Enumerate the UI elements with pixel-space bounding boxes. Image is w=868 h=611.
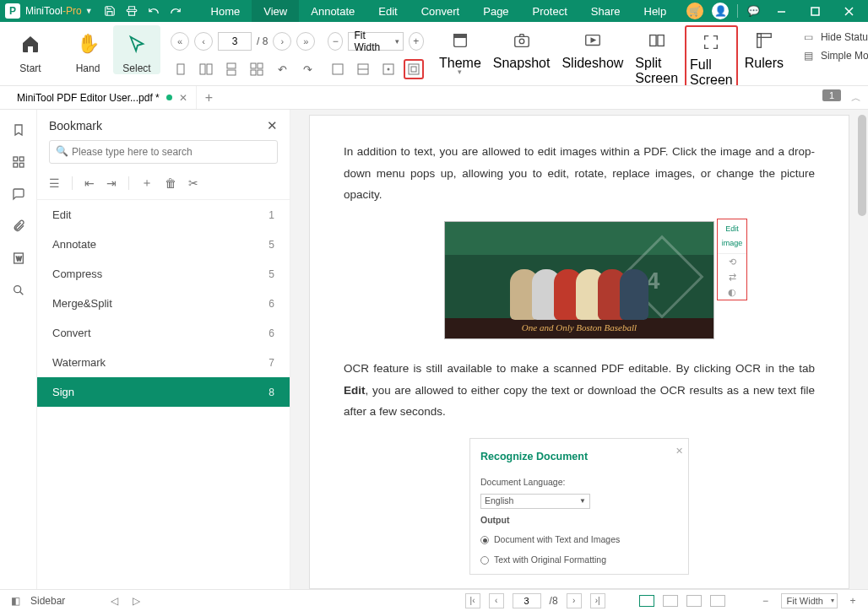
- first-page-icon[interactable]: |‹: [465, 593, 480, 608]
- output-opt1[interactable]: Document with Text and Images: [480, 532, 678, 549]
- page-next-button[interactable]: ›: [273, 32, 291, 51]
- rotate-icon[interactable]: ⟲: [718, 254, 746, 269]
- brand-dropdown-icon[interactable]: ▼: [85, 7, 93, 15]
- viewmode-two-icon[interactable]: [663, 595, 678, 607]
- bookmark-item[interactable]: Annotate5: [37, 230, 290, 259]
- lang-select[interactable]: English▼: [480, 494, 590, 509]
- rotate-left-icon[interactable]: ↶: [272, 59, 292, 79]
- sidebar-close-icon[interactable]: ✕: [267, 118, 278, 133]
- zoom-in-button[interactable]: +: [409, 32, 424, 51]
- user-icon[interactable]: 👤: [712, 3, 729, 19]
- fit-width-icon[interactable]: [353, 59, 373, 79]
- page-first-button[interactable]: «: [171, 32, 189, 51]
- bookmark-item[interactable]: Merge&Split6: [37, 289, 290, 318]
- nav-back-icon[interactable]: ◁: [107, 594, 121, 608]
- start-button[interactable]: Start: [7, 25, 54, 74]
- bookmark-item[interactable]: Convert6: [37, 318, 290, 348]
- vertical-scrollbar[interactable]: [856, 110, 868, 589]
- menu-share[interactable]: Share: [579, 0, 632, 22]
- dialog-close-icon[interactable]: ✕: [675, 442, 683, 460]
- layout-two-icon[interactable]: [196, 59, 216, 79]
- theme-button[interactable]: Theme ▾: [434, 25, 486, 76]
- fit-height-icon[interactable]: [378, 59, 399, 79]
- thumbnails-panel-icon[interactable]: [10, 154, 27, 170]
- document-tab[interactable]: MiniTool PDF Editor User...pdf * ✕: [8, 86, 197, 109]
- bookmark-search-input[interactable]: [49, 140, 278, 164]
- zoom-out-icon[interactable]: −: [759, 594, 773, 608]
- menu-home[interactable]: Home: [199, 0, 252, 22]
- document-view[interactable]: In addition to text, you are allowed to …: [290, 110, 868, 589]
- menu-protect[interactable]: Protect: [521, 0, 579, 22]
- comments-panel-icon[interactable]: [10, 186, 27, 203]
- snapshot-button[interactable]: Snapshot: [488, 25, 556, 71]
- bm-cut-icon[interactable]: ✂: [188, 176, 198, 190]
- zoom-in-icon[interactable]: +: [846, 594, 860, 608]
- word-panel-icon[interactable]: W: [10, 250, 27, 267]
- add-tab-button[interactable]: +: [205, 90, 213, 105]
- bm-indent-left-icon[interactable]: ⇤: [84, 176, 95, 190]
- viewmode-cont-icon[interactable]: [686, 595, 702, 607]
- maximize-button[interactable]: [802, 0, 827, 22]
- cart-icon[interactable]: 🛒: [686, 3, 703, 19]
- menu-page[interactable]: Page: [471, 0, 520, 22]
- nav-fwd-icon[interactable]: ▷: [129, 594, 143, 608]
- viewmode-grid-icon[interactable]: [710, 595, 725, 607]
- page-prev-button[interactable]: ‹: [194, 32, 213, 51]
- tabs-chevron-icon[interactable]: ︿: [851, 91, 861, 105]
- save-icon[interactable]: [103, 4, 117, 18]
- bm-indent-right-icon[interactable]: ⇥: [106, 176, 117, 190]
- menu-help[interactable]: Help: [632, 0, 679, 22]
- undo-icon[interactable]: [147, 4, 160, 18]
- menu-view[interactable]: View: [252, 0, 299, 22]
- hand-tool[interactable]: ✋ Hand: [64, 25, 111, 74]
- page-last-button[interactable]: »: [296, 32, 315, 51]
- bookmark-panel-icon[interactable]: [10, 122, 27, 138]
- feedback-icon[interactable]: 💬: [746, 4, 760, 18]
- bm-list-icon[interactable]: ☰: [49, 176, 60, 190]
- bookmark-item[interactable]: Edit1: [37, 200, 290, 230]
- menu-convert[interactable]: Convert: [410, 0, 472, 22]
- bookmark-item[interactable]: Watermark7: [37, 348, 290, 377]
- search-panel-icon[interactable]: [10, 282, 27, 299]
- print-icon[interactable]: [125, 4, 138, 18]
- hide-status-button[interactable]: ▭Hide Status: [802, 30, 868, 44]
- layout-cont-two-icon[interactable]: [247, 59, 267, 79]
- fit-page-icon[interactable]: [328, 59, 348, 79]
- next-page-icon[interactable]: ›: [567, 593, 582, 608]
- sidebar-toggle-icon[interactable]: ◧: [8, 594, 22, 608]
- status-page-input[interactable]: [513, 593, 541, 608]
- fit-mode-select[interactable]: Fit Width: [348, 32, 403, 51]
- replace-icon[interactable]: ⇄: [718, 269, 746, 284]
- last-page-icon[interactable]: ›|: [590, 593, 605, 608]
- zoom-out-button[interactable]: −: [328, 32, 343, 51]
- close-tab-icon[interactable]: ✕: [179, 92, 187, 104]
- attachments-panel-icon[interactable]: [10, 218, 27, 235]
- bookmark-item[interactable]: Sign8: [37, 377, 290, 407]
- rulers-button[interactable]: Rulers: [740, 25, 789, 71]
- menu-edit[interactable]: Edit: [366, 0, 409, 22]
- select-tool[interactable]: Select: [113, 25, 160, 74]
- layout-cont-icon[interactable]: [221, 59, 241, 79]
- embedded-image[interactable]: 4 One and Only Boston Baseball Edit imag…: [444, 221, 714, 339]
- simple-mode-button[interactable]: ▤Simple Mod: [802, 49, 868, 62]
- split-screen-button[interactable]: Split Screen ▾: [630, 25, 683, 86]
- bookmark-item[interactable]: Compress5: [37, 259, 290, 289]
- full-screen-button[interactable]: Full Screen: [685, 25, 738, 86]
- fit-visible-icon[interactable]: [404, 59, 424, 79]
- slideshow-button[interactable]: Slideshow: [556, 25, 628, 71]
- redo-icon[interactable]: [169, 4, 182, 18]
- rotate-right-icon[interactable]: ↷: [297, 59, 317, 79]
- bm-delete-icon[interactable]: 🗑: [165, 176, 176, 190]
- status-fit-select[interactable]: Fit Width: [781, 593, 838, 608]
- opacity-icon[interactable]: ◐: [718, 284, 746, 300]
- menu-annotate[interactable]: Annotate: [299, 0, 366, 22]
- page-input[interactable]: [218, 32, 252, 51]
- edit-image-label[interactable]: Edit image: [718, 219, 746, 254]
- prev-page-icon[interactable]: ‹: [489, 593, 504, 608]
- viewmode-single-icon[interactable]: [639, 595, 654, 607]
- bm-add-icon[interactable]: ＋: [141, 176, 153, 191]
- layout-single-icon[interactable]: [171, 59, 191, 79]
- scrollbar-thumb[interactable]: [858, 115, 866, 216]
- close-button[interactable]: [836, 0, 861, 22]
- minimize-button[interactable]: [768, 0, 794, 22]
